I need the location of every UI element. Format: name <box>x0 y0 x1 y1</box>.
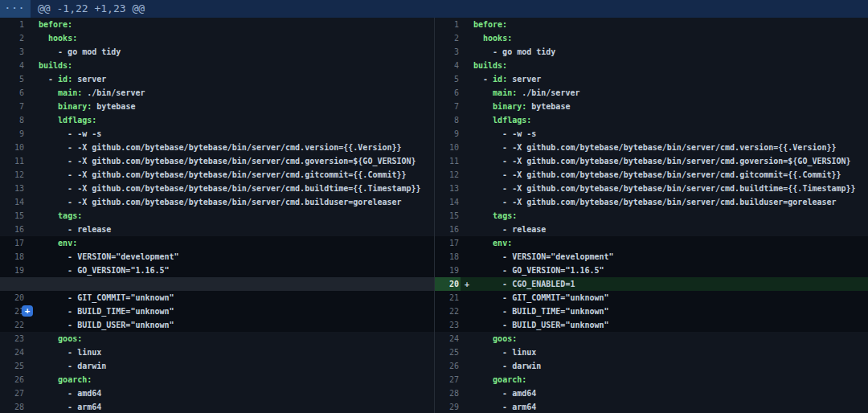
line-number[interactable]: 8 <box>435 113 461 127</box>
line-number[interactable]: 3 <box>435 45 461 59</box>
line-number[interactable]: 22 <box>0 318 26 332</box>
yaml-text: - -w -s <box>39 129 101 138</box>
line-number[interactable]: 14 <box>0 195 26 209</box>
line-number[interactable]: 19 <box>0 264 26 277</box>
line-number[interactable]: 18 <box>0 250 26 264</box>
line-number[interactable]: 15 <box>435 209 461 223</box>
yaml-text: - -X github.com/bytebase/bytebase/bin/se… <box>473 143 837 152</box>
old-diff-row-26: 26 goarch: <box>0 373 434 386</box>
line-number[interactable]: 24 <box>435 332 461 346</box>
line-number[interactable]: 28 <box>435 386 461 400</box>
line-number[interactable]: 24 <box>0 346 26 359</box>
line-number[interactable]: 13 <box>435 182 461 195</box>
line-number[interactable]: 25 <box>0 359 26 373</box>
old-diff-row-8: 8 ldflags: <box>0 113 434 127</box>
line-number[interactable]: 12 <box>435 168 461 182</box>
yaml-text: - -X github.com/bytebase/bytebase/bin/se… <box>473 157 851 166</box>
diff-marker <box>461 386 473 400</box>
code-line: - -X github.com/bytebase/bytebase/bin/se… <box>39 182 434 195</box>
old-diff-row-1: 1before: <box>0 18 434 31</box>
line-number[interactable]: 18 <box>435 250 461 264</box>
new-diff-row-5: 5 - id: server <box>435 72 868 86</box>
old-diff-row-23: 23 goos: <box>0 332 434 346</box>
line-number[interactable]: 27 <box>0 386 26 400</box>
expand-diff-button[interactable]: ··· <box>0 0 31 18</box>
line-number[interactable]: 2 <box>0 31 26 45</box>
line-number[interactable]: 6 <box>435 86 461 100</box>
line-number[interactable]: 17 <box>0 236 26 250</box>
line-number[interactable]: 15 <box>0 209 26 223</box>
code-line <box>39 277 434 291</box>
line-number[interactable]: 7 <box>0 100 26 113</box>
line-number[interactable]: 10 <box>0 141 26 154</box>
code-line: main: ./bin/server <box>473 86 868 100</box>
new-diff-row-10: 10 - -X github.com/bytebase/bytebase/bin… <box>435 141 868 154</box>
line-number[interactable]: 26 <box>435 359 461 373</box>
line-number[interactable]: 5 <box>435 72 461 86</box>
line-number[interactable]: 2 <box>435 31 461 45</box>
line-number[interactable]: 9 <box>0 127 26 141</box>
diff-marker <box>461 18 473 31</box>
line-number[interactable]: 27 <box>435 373 461 386</box>
code-line: - darwin <box>473 359 868 373</box>
diff-marker <box>26 209 39 223</box>
yaml-text: - release <box>39 225 111 234</box>
old-diff-row-25: 25 - darwin <box>0 359 434 373</box>
yaml-key: id: <box>493 75 507 84</box>
yaml-text: - -X github.com/bytebase/bytebase/bin/se… <box>473 170 841 179</box>
yaml-key: before: <box>39 20 72 29</box>
line-number[interactable]: 8 <box>0 113 26 127</box>
diff-marker <box>461 113 473 127</box>
yaml-text <box>39 116 58 125</box>
old-diff-row-12: 12 - -X github.com/bytebase/bytebase/bin… <box>0 168 434 182</box>
old-diff-row-22: 22 - BUILD_USER="unknown" <box>0 318 434 332</box>
yaml-text: - BUILD_TIME="unknown" <box>39 307 174 316</box>
line-number[interactable]: 29 <box>435 400 461 413</box>
yaml-text <box>39 334 58 343</box>
line-number[interactable]: 21 <box>435 291 461 305</box>
line-number[interactable]: 16 <box>0 223 26 236</box>
yaml-text: server <box>507 75 541 84</box>
line-number[interactable]: 4 <box>0 59 26 72</box>
split-diff: 1before:2 hooks:3 - go mod tidy4builds:5… <box>0 18 868 413</box>
diff-marker <box>461 72 473 86</box>
add-comment-button[interactable]: + <box>22 305 33 317</box>
line-number[interactable]: 1 <box>0 18 26 31</box>
line-number[interactable]: 3 <box>0 45 26 59</box>
line-number[interactable]: 26 <box>0 373 26 386</box>
line-number[interactable]: 22 <box>435 305 461 318</box>
line-number[interactable]: 11 <box>435 154 461 168</box>
code-line: ldflags: <box>473 113 868 127</box>
yaml-text <box>39 34 48 43</box>
line-number[interactable]: 11 <box>0 154 26 168</box>
line-number[interactable]: 13 <box>0 182 26 195</box>
line-number[interactable]: 7 <box>435 100 461 113</box>
yaml-text: - release <box>473 225 546 234</box>
code-line: before: <box>473 18 868 31</box>
old-diff-row-7: 7 binary: bytebase <box>0 100 434 113</box>
diff-marker <box>461 264 473 277</box>
code-line: hooks: <box>473 31 868 45</box>
line-number[interactable]: 4 <box>435 59 461 72</box>
line-number[interactable]: 23 <box>435 318 461 332</box>
line-number[interactable]: 6 <box>0 86 26 100</box>
line-number[interactable]: 20 <box>0 291 26 305</box>
line-number[interactable]: 25 <box>435 346 461 359</box>
line-number[interactable]: 12 <box>0 168 26 182</box>
line-number[interactable]: 17 <box>435 236 461 250</box>
line-number[interactable]: 28 <box>0 400 26 413</box>
new-diff-row-21: 21 - GIT_COMMIT="unknown" <box>435 291 868 305</box>
code-line: - -X github.com/bytebase/bytebase/bin/se… <box>473 195 868 209</box>
line-number[interactable]: 5 <box>0 72 26 86</box>
line-number[interactable]: 19 <box>435 264 461 277</box>
line-number[interactable]: 23 <box>0 332 26 346</box>
line-number[interactable]: 14 <box>435 195 461 209</box>
new-diff-row-11: 11 - -X github.com/bytebase/bytebase/bin… <box>435 154 868 168</box>
line-number[interactable]: 16 <box>435 223 461 236</box>
old-diff-row-21: 21 - BUILD_TIME="unknown"+ <box>0 305 434 318</box>
code-line: - VERSION="development" <box>473 250 868 264</box>
line-number[interactable]: 1 <box>435 18 461 31</box>
line-number[interactable]: 10 <box>435 141 461 154</box>
line-number[interactable]: 9 <box>435 127 461 141</box>
line-number[interactable]: 20 <box>435 277 461 291</box>
